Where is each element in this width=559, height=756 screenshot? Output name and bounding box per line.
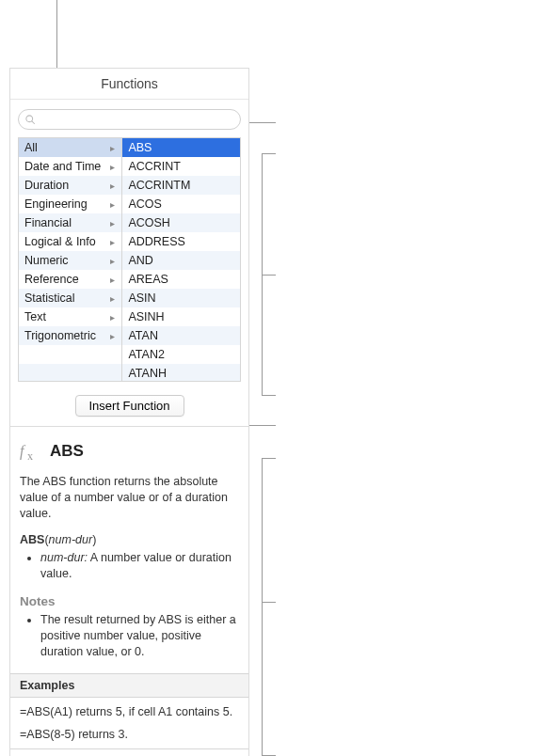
example-line: =ABS(A1) returns 5, if cell A1 contains … (10, 698, 248, 722)
examples-box: Examples =ABS(A1) returns 5, if cell A1 … (10, 673, 248, 749)
examples-heading: Examples (10, 674, 248, 698)
function-item[interactable]: ACOSH (122, 213, 240, 232)
function-label: ASINH (128, 310, 164, 323)
detail-function-name: ABS (50, 442, 84, 461)
syntax-name: ABS (20, 533, 44, 546)
chevron-right-icon: ▸ (110, 162, 115, 172)
function-browser: All▸ Date and Time▸ Duration▸ Engineerin… (18, 137, 241, 382)
chevron-right-icon: ▸ (110, 181, 115, 191)
chevron-right-icon: ▸ (110, 293, 115, 304)
function-label: ABS (128, 141, 152, 154)
function-label: AND (128, 254, 152, 267)
chevron-right-icon: ▸ (110, 218, 115, 228)
function-label: ACCRINTM (128, 179, 190, 192)
syntax-arg: num-dur (49, 533, 93, 546)
callout-line (262, 153, 276, 154)
search-input[interactable] (41, 113, 232, 126)
category-item[interactable]: Text▸ (19, 307, 121, 326)
category-label: Date and Time (24, 160, 101, 173)
callout-line (262, 458, 263, 755)
category-label: All (24, 141, 38, 154)
function-item-abs[interactable]: ABS (122, 138, 240, 157)
chevron-right-icon: ▸ (110, 312, 115, 323)
category-item[interactable]: Date and Time▸ (19, 157, 121, 176)
search-container (10, 100, 248, 137)
category-item-all[interactable]: All▸ (19, 138, 121, 157)
param-list: num-dur: A number value or duration valu… (20, 550, 239, 582)
category-label: Duration (24, 179, 69, 192)
category-item[interactable]: Reference▸ (19, 270, 121, 289)
function-label: ADDRESS (128, 235, 184, 248)
callout-line (56, 0, 57, 68)
category-label: Trigonometric (24, 329, 96, 342)
category-label: Reference (24, 273, 79, 286)
function-item[interactable]: AND (122, 251, 240, 270)
function-label: ASIN (128, 291, 155, 305)
category-item[interactable]: Statistical▸ (19, 289, 121, 307)
notes-list: The result returned by ABS is either a p… (20, 612, 239, 660)
param-name: num-dur: (40, 551, 88, 564)
insert-function-button[interactable]: Insert Function (75, 395, 184, 417)
function-item[interactable]: ACCRINT (122, 157, 240, 176)
chevron-right-icon: ▸ (110, 199, 115, 210)
param-item: num-dur: A number value or duration valu… (40, 550, 239, 582)
chevron-right-icon: ▸ (110, 275, 115, 285)
category-label: Numeric (24, 254, 69, 267)
detail-description: The ABS function returns the absolute va… (20, 474, 239, 522)
category-label: Engineering (24, 197, 88, 211)
category-item[interactable]: Numeric▸ (19, 251, 121, 270)
category-label: Logical & Info (24, 235, 96, 248)
svg-line-1 (32, 121, 35, 124)
svg-text:f: f (20, 443, 26, 460)
callout-line (262, 395, 276, 396)
function-label: ATAN2 (128, 348, 164, 361)
function-label: ATAN (128, 329, 157, 342)
category-item[interactable]: Logical & Info▸ (19, 232, 121, 251)
category-column: All▸ Date and Time▸ Duration▸ Engineerin… (19, 138, 122, 381)
category-item-empty (19, 345, 121, 364)
chevron-right-icon: ▸ (110, 237, 115, 247)
search-icon (24, 114, 36, 125)
function-item[interactable]: ATANH (122, 364, 240, 381)
function-item[interactable]: ATAN2 (122, 345, 240, 364)
example-line: =ABS(8-5) returns 3. (10, 722, 248, 748)
function-label: ACOSH (128, 216, 169, 229)
category-label: Statistical (24, 291, 75, 305)
function-label: AREAS (128, 273, 168, 286)
search-field[interactable] (18, 109, 241, 130)
function-item[interactable]: AREAS (122, 270, 240, 289)
function-item[interactable]: ACOS (122, 195, 240, 213)
category-item-empty (19, 364, 121, 381)
function-label: ATANH (128, 367, 167, 380)
function-item[interactable]: ASIN (122, 289, 240, 307)
function-detail: f x ABS The ABS function returns the abs… (10, 427, 248, 756)
functions-panel: Functions All▸ Date and Time▸ Duration▸ … (9, 68, 249, 756)
chevron-right-icon: ▸ (110, 143, 115, 153)
chevron-right-icon: ▸ (110, 256, 115, 266)
detail-syntax: ABS(num-dur) (20, 533, 239, 546)
category-item[interactable]: Trigonometric▸ (19, 326, 121, 345)
function-label: ACOS (128, 197, 161, 211)
note-item: The result returned by ABS is either a p… (40, 612, 239, 660)
function-item[interactable]: ASINH (122, 307, 240, 326)
category-label: Text (24, 310, 46, 323)
function-item[interactable]: ADDRESS (122, 232, 240, 251)
function-item[interactable]: ACCRINTM (122, 176, 240, 195)
callout-line (262, 602, 276, 603)
category-label: Financial (24, 216, 72, 229)
category-item[interactable]: Duration▸ (19, 176, 121, 195)
notes-heading: Notes (20, 594, 239, 608)
category-item[interactable]: Financial▸ (19, 213, 121, 232)
detail-title-row: f x ABS (20, 440, 239, 463)
function-label: ACCRINT (128, 160, 181, 173)
function-column: ABS ACCRINT ACCRINTM ACOS ACOSH ADDRESS … (122, 138, 240, 381)
callout-line (262, 458, 276, 459)
svg-text:x: x (27, 449, 33, 463)
panel-title: Functions (10, 68, 248, 100)
function-item[interactable]: ATAN (122, 326, 240, 345)
chevron-right-icon: ▸ (110, 331, 115, 341)
insert-container: Insert Function (10, 391, 248, 426)
fx-icon: f x (20, 440, 42, 463)
callout-line (262, 275, 276, 276)
category-item[interactable]: Engineering▸ (19, 195, 121, 213)
